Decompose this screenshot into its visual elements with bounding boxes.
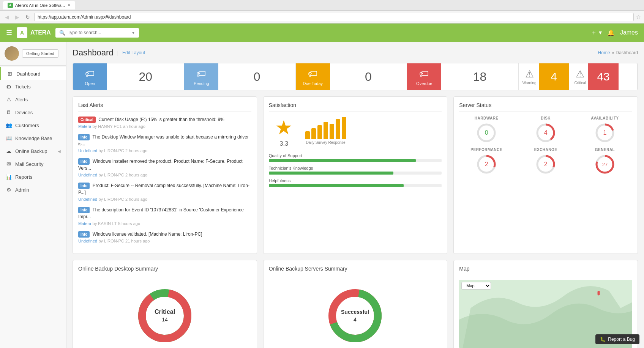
chevron-left-icon: ◀ [58, 149, 61, 153]
daily-survey-label: Daily Survey Response [306, 140, 346, 145]
alert-by: by HANNY-PC1 [93, 124, 122, 129]
sidebar-item-label: Reports [15, 174, 33, 180]
sidebar-item-dashboard[interactable]: ⊞ Dashboard [0, 67, 66, 80]
getting-started-button[interactable]: Getting Started [22, 49, 58, 58]
alert-source: Undefined [78, 197, 97, 202]
satisfaction-bars: Quality of Support Technician's Knowledg… [269, 153, 442, 187]
address-bar[interactable] [34, 13, 634, 21]
list-item: Info Windows Installer removed the produ… [78, 158, 251, 178]
stat-card-warning[interactable]: ⚠ Warning 4 ⚠ Critical 43 [519, 63, 638, 90]
hardware-label: HARDWARE [475, 116, 499, 120]
alert-by: by LIRON-PC [99, 239, 124, 243]
alert-badge-info: Info [78, 183, 90, 189]
sidebar-user-section: Getting Started [0, 42, 66, 66]
exchange-label: EXCHANGE [534, 148, 557, 152]
daily-survey-chart: Daily Survey Response [305, 116, 346, 145]
alert-by: by LIRON-PC [99, 148, 124, 153]
due-today-card-icon: 🏷 Due Today [296, 63, 330, 90]
open-count: 20 [107, 70, 184, 84]
backup-desktop-chart: Critical 14 [78, 280, 251, 348]
sidebar: Getting Started ⊞ Dashboard 🎟 Tickets ⚠ … [0, 42, 66, 348]
alert-by: by LIRON-PC [99, 197, 124, 202]
satisfaction-panel: Satisfaction ★ 3.3 [263, 96, 448, 254]
alert-time: 21 hours ago [125, 239, 150, 243]
devices-icon: 🖥 [5, 109, 12, 115]
warning-value: 4 [539, 63, 569, 90]
sidebar-item-label: Knowledge Base [15, 135, 52, 141]
list-item: Critical Current Disk Usage (E:) 15% is … [78, 116, 251, 130]
chart-bar [311, 128, 316, 139]
pending-count: 0 [218, 70, 295, 84]
add-btn[interactable]: ＋ ▾ [591, 29, 601, 37]
overdue-card-icon: 🏷 Overdue [407, 63, 441, 90]
search-input[interactable] [68, 30, 129, 35]
sidebar-item-alerts[interactable]: ⚠ Alerts [0, 93, 66, 106]
list-item: Info Windows license validated. [Machine… [78, 231, 251, 244]
general-label: GENERAL [595, 148, 615, 152]
alerts-icon: ⚠ [5, 96, 12, 102]
overdue-count: 18 [441, 70, 518, 84]
server-item-disk: DISK 4 [518, 116, 573, 143]
notification-bell-icon[interactable]: 🔔 [607, 29, 615, 36]
alerts-list: Critical Current Disk Usage (E:) 15% is … [78, 116, 251, 244]
server-item-performance: PERFORMANCE 2 [459, 148, 514, 175]
sidebar-item-label: Alerts [15, 97, 28, 102]
sidebar-item-mail-security[interactable]: ✉ Mail Security [0, 157, 66, 170]
general-value: 27 [602, 162, 608, 167]
chart-bar [324, 122, 328, 139]
knowledge-base-icon: 📖 [5, 135, 12, 141]
user-menu-btn[interactable]: James [620, 29, 638, 36]
performance-label: PERFORMANCE [470, 148, 502, 152]
page-title: Dashboard [73, 48, 114, 58]
sidebar-item-devices[interactable]: 🖥 Devices [0, 106, 66, 119]
svg-text:4: 4 [354, 317, 357, 323]
sidebar-item-knowledge-base[interactable]: 📖 Knowledge Base [0, 132, 66, 145]
chart-bar [317, 125, 322, 139]
due-today-count: 0 [330, 70, 407, 84]
svg-point-13 [142, 293, 188, 339]
server-item-exchange: EXCHANGE 2 [518, 148, 573, 175]
avatar [5, 46, 19, 61]
pending-card-icon: 🏷 Pending [184, 63, 218, 90]
stat-card-due-today[interactable]: 🏷 Due Today 0 [296, 63, 407, 90]
map-type-dropdown[interactable]: Map Satellite [461, 282, 491, 290]
sidebar-item-customers[interactable]: 👥 Customers [0, 119, 66, 132]
reports-icon: 📊 [5, 174, 12, 180]
admin-icon: ⚙ [5, 187, 12, 193]
search-dropdown-icon[interactable]: ▼ [131, 31, 135, 35]
alert-message: Windows license validated. [Machine Name… [93, 231, 202, 237]
alert-message: The Desktop Window Manager was unable to… [78, 134, 249, 146]
sidebar-item-online-backup[interactable]: ☁ Online Backup ◀ [0, 145, 66, 157]
sidebar-item-admin[interactable]: ⚙ Admin [0, 183, 66, 196]
nav-refresh-btn[interactable]: ↻ [24, 13, 32, 21]
stat-cards-row: 🏷 Open 20 🏷 Pending 0 🏷 Due Today [73, 63, 638, 90]
alert-by: by LIRON-PC [99, 173, 124, 177]
nav-back-btn[interactable]: ◀ [3, 13, 11, 21]
alert-time: 2 hours ago [125, 173, 147, 177]
tickets-icon: 🎟 [5, 83, 12, 90]
edit-layout-link[interactable]: Edit Layout [122, 50, 145, 55]
stat-card-pending[interactable]: 🏷 Pending 0 [184, 63, 295, 90]
hamburger-menu-icon[interactable]: ☰ [6, 28, 12, 37]
stat-card-open[interactable]: 🏷 Open 20 [73, 63, 184, 90]
alert-message: Product: F-Secure -- Removal completed s… [78, 183, 249, 195]
alert-source: Matera [78, 124, 91, 129]
breadcrumb-home-link[interactable]: Home [598, 50, 610, 55]
last-alerts-title: Last Alerts [78, 102, 251, 112]
alert-badge-info: Info [78, 231, 90, 238]
tab-close-btn[interactable]: ✕ [67, 3, 71, 8]
sidebar-item-reports[interactable]: 📊 Reports [0, 170, 66, 183]
sidebar-item-tickets[interactable]: 🎟 Tickets [0, 80, 66, 93]
nav-forward-btn[interactable]: ▶ [13, 13, 21, 21]
online-backup-icon: ☁ [5, 148, 12, 154]
report-bug-button[interactable]: 🐛 Report a Bug [595, 334, 639, 344]
exchange-value: 2 [544, 161, 548, 168]
stat-card-overdue[interactable]: 🏷 Overdue 18 [407, 63, 518, 90]
server-status-grid: HARDWARE 0 DISK [459, 116, 632, 175]
alert-badge-info: Info [78, 134, 90, 140]
alert-time: 2 hours ago [125, 148, 147, 153]
mail-security-icon: ✉ [5, 161, 12, 167]
search-icon: 🔍 [59, 30, 65, 36]
alert-source: Undefined [78, 173, 97, 177]
sidebar-item-label: Dashboard [16, 71, 41, 77]
